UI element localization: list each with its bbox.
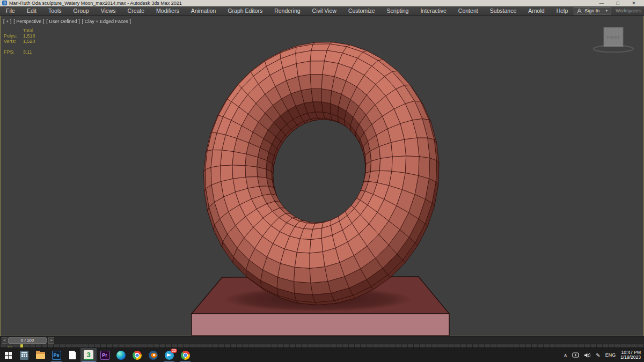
minimize-icon[interactable]: — bbox=[598, 1, 605, 6]
system-tray: ∧ ✎ ENG 10:47 PM 1/19/2023 bbox=[564, 350, 644, 360]
sign-in-label: Sign In bbox=[584, 8, 599, 13]
previous-frame-button[interactable]: < bbox=[2, 337, 8, 344]
menu-tools[interactable]: Tools bbox=[42, 6, 68, 15]
time-slider-handle[interactable]: 0 / 100 bbox=[8, 337, 47, 344]
menu-substance[interactable]: Substance bbox=[484, 6, 523, 15]
viewport-statistics: Total Polys: 1,518 Verts: 1,520 FPS: 3.1… bbox=[4, 28, 35, 55]
stats-fps-value: 3.11 bbox=[23, 49, 32, 55]
language-indicator[interactable]: ENG bbox=[605, 352, 616, 358]
viewport-label: [ + ] [ Perspective ] [ User Defined ] [… bbox=[3, 19, 131, 24]
taskbar-notepad[interactable] bbox=[64, 348, 80, 362]
workspaces-label: Workspaces: bbox=[616, 8, 642, 13]
viewcube-compass-notch bbox=[611, 51, 616, 53]
app-icon: 3 bbox=[2, 1, 7, 5]
menu-items: File Edit Tools Group Views Create Modif… bbox=[0, 6, 574, 15]
viewport-menu-pov[interactable]: [ Perspective ] bbox=[13, 19, 44, 24]
stats-verts-value: 1,520 bbox=[23, 39, 35, 44]
menu-bar: File Edit Tools Group Views Create Modif… bbox=[0, 6, 644, 16]
volume-icon[interactable] bbox=[584, 352, 591, 358]
3ds-max-icon: 3 bbox=[84, 350, 93, 360]
pen-icon[interactable]: ✎ bbox=[596, 352, 600, 358]
taskbar-premiere-pro[interactable]: Pr bbox=[97, 348, 113, 362]
meet-now-icon[interactable] bbox=[572, 352, 579, 358]
windows-logo-icon bbox=[5, 352, 12, 359]
menu-civil-view[interactable]: Civil View bbox=[306, 6, 342, 15]
menu-customize[interactable]: Customize bbox=[342, 6, 381, 15]
sign-in-button[interactable]: Sign In ▼ bbox=[574, 8, 611, 14]
menu-modifiers[interactable]: Modifiers bbox=[150, 6, 185, 15]
taskbar-chrome[interactable] bbox=[129, 348, 145, 362]
viewcube[interactable]: FRONT bbox=[591, 25, 636, 56]
chevron-down-icon: ▼ bbox=[605, 9, 608, 12]
menu-graph-editors[interactable]: Graph Editors bbox=[222, 6, 268, 15]
perspective-viewport[interactable]: [ + ] [ Perspective ] [ User Defined ] [… bbox=[0, 16, 644, 336]
blender-icon bbox=[149, 351, 158, 360]
viewcube-face-label: FRONT bbox=[607, 35, 620, 39]
next-frame-button[interactable]: > bbox=[48, 337, 54, 344]
taskbar-blender[interactable] bbox=[145, 348, 161, 362]
track-bar[interactable]: 10 bbox=[0, 344, 644, 348]
photoshop-icon: Ps bbox=[52, 351, 61, 360]
window-title: Mari-Ruth Oda sculpture_Watery Moon_max2… bbox=[9, 1, 182, 6]
stats-polys-label: Polys: bbox=[4, 33, 19, 39]
close-icon[interactable]: ✕ bbox=[630, 1, 638, 6]
user-icon bbox=[577, 9, 582, 13]
windows-taskbar: Ps 3 Pr 23 ∧ bbox=[0, 348, 644, 362]
tray-date: 1/19/2023 bbox=[620, 355, 641, 360]
restore-icon[interactable]: □ bbox=[614, 1, 621, 6]
stats-fps-label: FPS: bbox=[4, 49, 19, 55]
menu-file[interactable]: File bbox=[0, 6, 21, 15]
stats-total-label: Total bbox=[23, 28, 33, 33]
stats-polys-value: 1,518 bbox=[23, 33, 35, 39]
menu-edit[interactable]: Edit bbox=[21, 6, 42, 15]
3ds-max-window: 3 Mari-Ruth Oda sculpture_Watery Moon_ma… bbox=[0, 0, 644, 362]
menu-scripting[interactable]: Scripting bbox=[381, 6, 415, 15]
notification-badge: 23 bbox=[171, 349, 177, 353]
menu-interactive[interactable]: Interactive bbox=[414, 6, 452, 15]
viewport-menu-shading[interactable]: [ Clay + Edged Faces ] bbox=[82, 19, 131, 24]
start-button[interactable] bbox=[0, 348, 16, 362]
taskbar-3ds-max-active[interactable]: 3 bbox=[80, 348, 97, 362]
taskbar-file-explorer[interactable] bbox=[32, 348, 48, 362]
taskbar-clock[interactable]: 10:47 PM 1/19/2023 bbox=[620, 350, 641, 360]
menu-group[interactable]: Group bbox=[68, 6, 95, 15]
taskbar-telegram[interactable]: 23 bbox=[161, 348, 177, 362]
menu-create[interactable]: Create bbox=[122, 6, 151, 15]
menu-rendering[interactable]: Rendering bbox=[268, 6, 306, 15]
time-slider-bar: < 0 / 100 > bbox=[0, 336, 644, 344]
edge-icon bbox=[116, 351, 126, 360]
menu-content[interactable]: Content bbox=[452, 6, 484, 15]
file-explorer-icon bbox=[36, 352, 45, 359]
chrome-icon bbox=[133, 351, 142, 360]
chrome-icon bbox=[181, 351, 190, 360]
tray-expand-chevron-icon[interactable]: ∧ bbox=[564, 352, 567, 358]
document-icon bbox=[69, 351, 76, 359]
taskbar-photoshop[interactable]: Ps bbox=[48, 348, 64, 362]
viewport-menu-user[interactable]: [ User Defined ] bbox=[46, 19, 80, 24]
menu-animation[interactable]: Animation bbox=[185, 6, 222, 15]
menu-help[interactable]: Help bbox=[551, 6, 574, 15]
menu-views[interactable]: Views bbox=[95, 6, 122, 15]
viewport-render[interactable] bbox=[1, 16, 643, 336]
stats-verts-label: Verts: bbox=[4, 39, 19, 44]
viewport-menu-plus[interactable]: [ + ] bbox=[3, 19, 11, 24]
taskbar-chrome-2[interactable] bbox=[177, 348, 193, 362]
calculator-icon bbox=[20, 351, 28, 360]
taskbar-calculator[interactable] bbox=[16, 348, 32, 362]
menu-arnold[interactable]: Arnold bbox=[522, 6, 550, 15]
taskbar-edge[interactable] bbox=[113, 348, 129, 362]
title-bar: 3 Mari-Ruth Oda sculpture_Watery Moon_ma… bbox=[0, 0, 644, 6]
premiere-pro-icon: Pr bbox=[100, 351, 109, 360]
window-controls: — □ ✕ bbox=[598, 1, 642, 6]
menu-right-cluster: Sign In ▼ Workspaces: Default ▼ bbox=[574, 8, 644, 14]
